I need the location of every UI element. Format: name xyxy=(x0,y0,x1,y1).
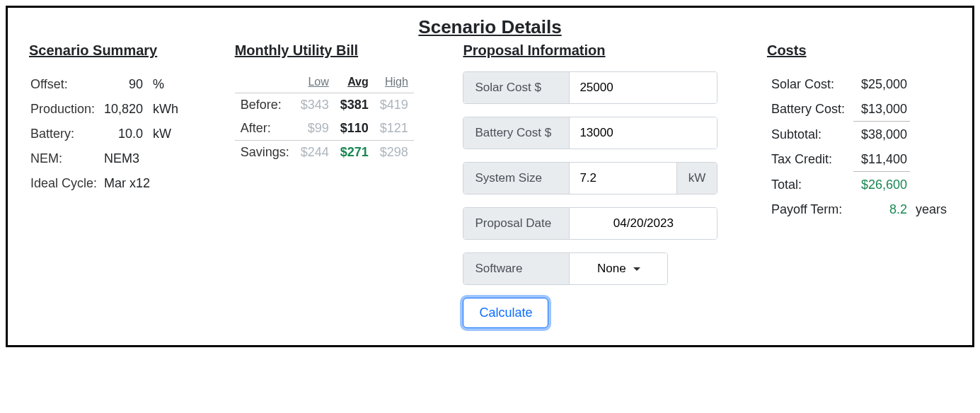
monthly-utility-bill-section: Monthly Utility Bill Low Avg High Before… xyxy=(235,42,414,164)
bill-before-label: Before: xyxy=(235,93,295,117)
production-unit: kWh xyxy=(150,98,184,121)
scenario-summary-section: Scenario Summary Offset: 90 % Production… xyxy=(29,42,185,197)
costs-tax-credit-label: Tax Credit: xyxy=(768,148,852,172)
system-size-unit: kW xyxy=(676,163,717,194)
bill-before-avg: $381 xyxy=(335,93,374,117)
nem-label: NEM: xyxy=(30,147,103,170)
bill-header-high: High xyxy=(374,71,414,93)
calculate-button[interactable]: Calculate xyxy=(463,298,548,328)
scenario-summary-table: Offset: 90 % Production: 10,820 kWh Batt… xyxy=(29,71,185,197)
proposal-date-label: Proposal Date xyxy=(463,208,570,239)
bill-before-low: $343 xyxy=(295,93,335,117)
page-title: Scenario Details xyxy=(29,16,951,38)
costs-section: Costs Solar Cost: $25,000 Battery Cost: … xyxy=(767,42,951,223)
bill-after-low: $99 xyxy=(295,117,335,141)
scenario-details-panel: Scenario Details Scenario Summary Offset… xyxy=(6,6,974,347)
bill-savings-high: $298 xyxy=(374,141,414,165)
bill-before-high: $419 xyxy=(374,93,414,117)
solar-cost-label: Solar Cost $ xyxy=(463,72,570,103)
proposal-information-section: Proposal Information Solar Cost $ Batter… xyxy=(463,42,717,328)
software-selected: None xyxy=(597,262,626,276)
bill-savings-low: $244 xyxy=(295,141,335,165)
battery-unit: kW xyxy=(150,122,184,146)
monthly-utility-bill-table: Low Avg High Before: $343 $381 $419 Afte… xyxy=(235,71,414,164)
bill-header-low: Low xyxy=(295,71,335,93)
costs-total-label: Total: xyxy=(768,173,852,197)
offset-value: 90 xyxy=(104,73,149,96)
nem-unit xyxy=(150,147,184,170)
costs-solar-cost-label: Solar Cost: xyxy=(768,73,852,96)
costs-battery-cost-value: $13,000 xyxy=(853,98,910,122)
costs-tax-credit-value: $11,400 xyxy=(853,148,910,172)
scenario-summary-heading: Scenario Summary xyxy=(29,42,185,59)
battery-value: 10.0 xyxy=(104,122,149,146)
solar-cost-input[interactable] xyxy=(570,72,717,103)
costs-heading: Costs xyxy=(767,42,951,59)
production-label: Production: xyxy=(30,98,103,121)
offset-unit: % xyxy=(150,73,184,96)
software-dropdown[interactable]: None xyxy=(570,253,667,284)
ideal-cycle-value: Mar x12 xyxy=(104,172,184,195)
bill-savings-label: Savings: xyxy=(235,141,295,165)
bill-after-avg: $110 xyxy=(335,117,374,141)
software-group: Software None xyxy=(463,252,668,285)
bill-after-high: $121 xyxy=(374,117,414,141)
proposal-date-group: Proposal Date 04/20/2023 xyxy=(463,207,717,240)
costs-solar-cost-value: $25,000 xyxy=(853,73,910,96)
bill-savings-avg: $271 xyxy=(335,141,374,165)
bill-header-avg: Avg xyxy=(335,71,374,93)
costs-payoff-term-unit: years xyxy=(911,198,950,221)
battery-cost-group: Battery Cost $ xyxy=(463,117,717,149)
costs-subtotal-label: Subtotal: xyxy=(768,123,852,146)
solar-cost-group: Solar Cost $ xyxy=(463,71,717,104)
monthly-utility-bill-heading: Monthly Utility Bill xyxy=(235,42,414,59)
costs-total-value: $26,600 xyxy=(853,173,910,197)
costs-payoff-term-value: 8.2 xyxy=(853,198,910,221)
battery-label: Battery: xyxy=(30,122,103,146)
costs-subtotal-value: $38,000 xyxy=(853,123,910,146)
offset-label: Offset: xyxy=(30,73,103,96)
ideal-cycle-label: Ideal Cycle: xyxy=(30,172,103,195)
nem-value: NEM3 xyxy=(104,147,149,170)
bill-after-label: After: xyxy=(235,117,295,141)
proposal-information-heading: Proposal Information xyxy=(463,42,717,59)
proposal-date-input[interactable]: 04/20/2023 xyxy=(570,208,717,239)
system-size-label: System Size xyxy=(463,163,570,194)
chevron-down-icon xyxy=(633,267,640,271)
battery-cost-label: Battery Cost $ xyxy=(463,117,570,149)
production-value: 10,820 xyxy=(104,98,149,121)
costs-table: Solar Cost: $25,000 Battery Cost: $13,00… xyxy=(767,71,951,223)
battery-cost-input[interactable] xyxy=(570,117,717,149)
system-size-input[interactable] xyxy=(570,163,676,194)
costs-battery-cost-label: Battery Cost: xyxy=(768,98,852,122)
system-size-group: System Size kW xyxy=(463,162,717,194)
software-label: Software xyxy=(463,253,570,284)
costs-payoff-term-label: Payoff Term: xyxy=(768,198,852,221)
